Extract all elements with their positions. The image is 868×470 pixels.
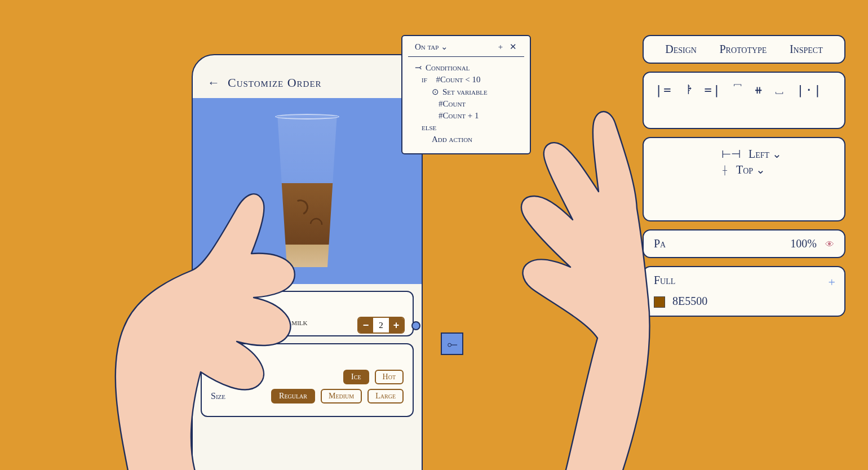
- add-action-icon[interactable]: +: [496, 42, 505, 52]
- tab-design[interactable]: Design: [665, 43, 697, 56]
- left-hand-illustration: [85, 152, 378, 470]
- opacity-value[interactable]: 100%: [790, 237, 817, 250]
- inspector-tabs-panel: Design Prototype Inspect: [643, 35, 845, 64]
- align-bottom-icon[interactable]: ⎵: [776, 83, 784, 97]
- align-vcenter-icon[interactable]: ⧺: [755, 83, 763, 97]
- distribute-icon[interactable]: |·|: [796, 83, 822, 97]
- qty-plus-button[interactable]: +: [389, 318, 404, 332]
- back-arrow-icon[interactable]: ←: [207, 76, 220, 90]
- if-row[interactable]: if #Count < 10: [402, 74, 530, 86]
- prototype-connection-handle[interactable]: [411, 321, 420, 330]
- conditional-row[interactable]: ⤙ Conditional: [402, 61, 530, 74]
- interaction-node-icon[interactable]: ⟜: [441, 332, 463, 355]
- add-fill-icon[interactable]: +: [829, 275, 835, 290]
- constraint-v-icon: ⟊: [721, 163, 728, 176]
- target-icon: ⊙: [432, 87, 439, 97]
- constraint-v-dropdown[interactable]: Top ⌄: [736, 163, 765, 176]
- tab-prototype[interactable]: Prototype: [719, 43, 767, 56]
- phone-header: ← Customize Order: [193, 55, 422, 98]
- visibility-eye-icon[interactable]: 👁: [825, 240, 834, 249]
- trigger-dropdown[interactable]: On tap ⌄: [415, 42, 493, 52]
- constraint-h-dropdown[interactable]: Left ⌄: [749, 147, 782, 161]
- branch-icon: ⤙: [415, 63, 422, 73]
- align-top-icon[interactable]: ⎴: [734, 83, 742, 97]
- page-title: Customize Order: [228, 76, 322, 90]
- tab-inspect[interactable]: Inspect: [790, 43, 823, 56]
- variant-hot-chip[interactable]: Hot: [375, 370, 404, 384]
- close-icon[interactable]: ✕: [508, 42, 517, 52]
- constraint-h-icon: ⊢⊣: [721, 147, 741, 161]
- right-hand-illustration: [473, 85, 710, 470]
